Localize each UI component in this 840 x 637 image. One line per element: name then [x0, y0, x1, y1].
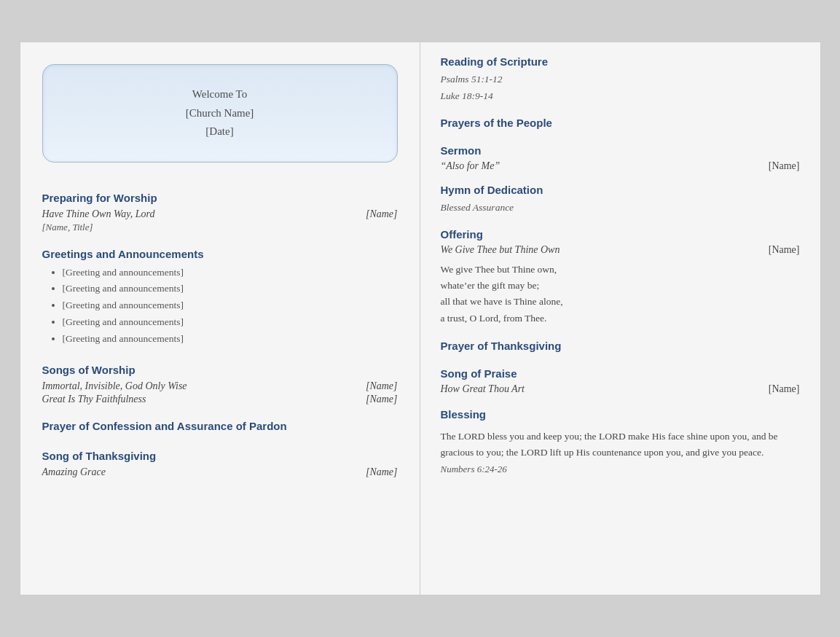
thanksgiving-song: Amazing Grace	[42, 466, 106, 478]
welcome-line2: [Church Name]	[186, 107, 254, 119]
offering-song: We Give Thee but Thine Own	[441, 244, 560, 256]
offering-song-line: We Give Thee but Thine Own [Name]	[441, 244, 800, 256]
scripture-heading: Reading of Scripture	[441, 55, 800, 68]
list-item: [Greeting and announcements]	[63, 314, 398, 331]
song2: Great Is Thy Faithfulness	[42, 394, 146, 405]
song2-line: Great Is Thy Faithfulness [Name]	[42, 394, 398, 405]
offering-text: We give Thee but Thine own, whate’er the…	[441, 262, 800, 327]
offering-heading: Offering	[441, 228, 800, 241]
song1: Immortal, Invisible, God Only Wise	[42, 380, 187, 392]
preparing-name: [Name]	[366, 208, 398, 220]
left-column: Welcome To [Church Name] [Date] Preparin…	[20, 42, 420, 595]
preparing-subtitle: [Name, Title]	[42, 222, 398, 233]
scripture2: Luke 18:9-14	[441, 88, 800, 105]
hymn-heading: Hymn of Dedication	[441, 184, 800, 196]
page-container: Welcome To [Church Name] [Date] Preparin…	[20, 42, 821, 595]
offering-name: [Name]	[769, 244, 800, 256]
welcome-box: Welcome To [Church Name] [Date]	[42, 64, 398, 163]
offering-line3: all that we have is Thine alone,	[441, 296, 563, 307]
welcome-line1: Welcome To	[192, 88, 247, 100]
thanksgiving-name: [Name]	[366, 466, 398, 478]
list-item: [Greeting and announcements]	[63, 281, 398, 297]
confession-heading: Prayer of Confession and Assurance of Pa…	[42, 420, 398, 432]
list-item: [Greeting and announcements]	[63, 297, 398, 314]
list-item: [Greeting and announcements]	[63, 265, 398, 281]
offering-line1: We give Thee but Thine own,	[441, 264, 557, 275]
blessing-text: The LORD bless you and keep you; the LOR…	[441, 429, 800, 461]
song1-line: Immortal, Invisible, God Only Wise [Name…	[42, 380, 398, 392]
sermon-title: “Also for Me”	[441, 160, 501, 172]
preparing-song: Have Thine Own Way, Lord	[42, 208, 155, 220]
praise-heading: Song of Praise	[441, 367, 800, 380]
thanksgiving-heading: Song of Thanksgiving	[42, 450, 398, 462]
preparing-song-line: Have Thine Own Way, Lord [Name]	[42, 208, 398, 220]
praise-name: [Name]	[769, 383, 800, 395]
praise-song-line: How Great Thou Art [Name]	[441, 383, 800, 395]
sermon-heading: Sermon	[441, 144, 800, 157]
blessing-heading: Blessing	[441, 408, 800, 421]
prayer-thanksgiving-heading: Prayer of Thanksgiving	[441, 340, 800, 352]
scripture1: Psalms 51:1-12	[441, 71, 800, 88]
greetings-list: [Greeting and announcements] [Greeting a…	[42, 265, 398, 348]
right-column: Reading of Scripture Psalms 51:1-12 Luke…	[420, 42, 820, 595]
offering-line2: whate’er the gift may be;	[441, 280, 540, 291]
prayers-heading: Prayers of the People	[441, 117, 800, 129]
preparing-heading: Preparing for Worship	[42, 192, 398, 204]
songs-heading: Songs of Worship	[42, 364, 398, 376]
song1-name: [Name]	[366, 380, 398, 392]
welcome-line3: [Date]	[205, 125, 233, 137]
list-item: [Greeting and announcements]	[63, 331, 398, 348]
blessing-ref: Numbers 6:24-26	[441, 464, 800, 475]
praise-song: How Great Thou Art	[441, 383, 525, 395]
greetings-heading: Greetings and Announcements	[42, 248, 398, 260]
thanksgiving-song-line: Amazing Grace [Name]	[42, 466, 398, 478]
hymn-song: Blessed Assurance	[441, 200, 800, 216]
sermon-name: [Name]	[769, 160, 800, 172]
sermon-title-line: “Also for Me” [Name]	[441, 160, 800, 172]
song2-name: [Name]	[366, 394, 398, 405]
offering-line4: a trust, O Lord, from Thee.	[441, 313, 547, 324]
welcome-text: Welcome To [Church Name] [Date]	[58, 85, 382, 141]
